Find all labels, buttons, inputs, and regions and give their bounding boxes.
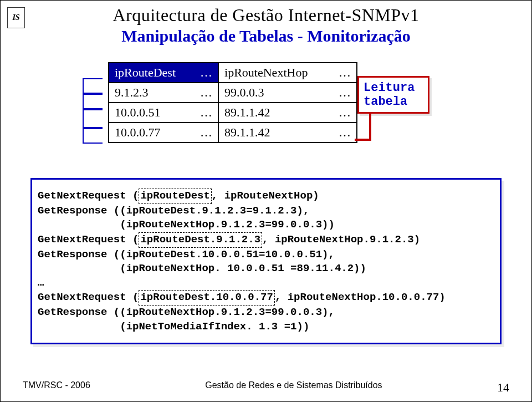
red-connector-icon	[355, 139, 371, 141]
page-number: 14	[497, 380, 509, 395]
ellipsis: …	[200, 125, 212, 140]
code-line: GetResponse ((ipRouteNextHop.9.1.2.3=99.…	[38, 306, 335, 318]
footer: TMV/RSC - 2006 Gestão de Redes e de Sist…	[23, 380, 509, 395]
table-row: 9.1.2.3… 99.0.0.3…	[109, 83, 357, 103]
cell-text: 89.1.1.42	[224, 125, 270, 140]
ellipsis: …	[200, 65, 212, 80]
label-text: tabela	[364, 95, 423, 109]
header-text: ipRouteNextHop	[224, 65, 308, 80]
bracket-icon	[83, 109, 103, 128]
ellipsis: …	[200, 85, 212, 100]
slide: IS Arquitectura de Gestão Internet-SNMPv…	[0, 0, 532, 402]
bracket-icon	[83, 94, 103, 109]
cell-text: 10.0.0.51	[115, 105, 161, 120]
code-line: (ipRouteNextHop.9.1.2.3=99.0.0.3))	[38, 218, 335, 231]
table-row: 10.0.0.51… 89.1.1.42…	[109, 103, 357, 123]
subtitle: Manipulação de Tabelas - Monitorização	[12, 27, 520, 45]
highlighted-param: ipRouteDest.10.0.0.77	[139, 290, 274, 306]
code-block: GetNextRequest (ipRouteDest, ipRouteNext…	[30, 178, 502, 344]
cell-text: 99.0.0.3	[224, 85, 264, 100]
highlighted-param: ipRouteDest.9.1.2.3	[139, 232, 262, 248]
cell-text: 89.1.1.42	[224, 105, 270, 120]
red-connector-icon	[369, 112, 371, 141]
ellipsis: …	[339, 125, 351, 140]
code-line: GetResponse ((ipRouteDest.10.0.0.51=10.0…	[38, 248, 335, 261]
bracket-icon	[83, 78, 103, 94]
code-line: (ipRouteNextHop. 10.0.0.51 =89.11.4.2))	[38, 262, 366, 274]
label-text: Leitura	[364, 81, 423, 95]
table-container: ipRouteDest … ipRouteNextHop … 9.1.2.3… …	[108, 62, 424, 143]
ellipsis: …	[200, 105, 212, 120]
col-header-dest: ipRouteDest …	[109, 63, 218, 83]
footer-center: Gestão de Redes e de Sistemas Distribuíd…	[205, 380, 382, 395]
code-line: GetNextRequest (	[38, 190, 139, 202]
bracket-icon	[83, 128, 103, 144]
code-line: GetNextRequest (	[38, 291, 139, 303]
ellipsis: …	[339, 65, 351, 80]
table-row: 10.0.0.77… 89.1.1.42…	[109, 123, 357, 143]
footer-left: TMV/RSC - 2006	[23, 380, 90, 395]
code-line: GetResponse ((ipRouteDest.9.1.2.3=9.1.2.…	[38, 205, 309, 217]
route-table: ipRouteDest … ipRouteNextHop … 9.1.2.3… …	[108, 62, 357, 143]
logo-icon: IS	[7, 7, 25, 28]
code-line: , ipRouteNextHop)	[212, 190, 319, 202]
cell-text: 10.0.0.77	[115, 125, 161, 140]
table-header-row: ipRouteDest … ipRouteNextHop …	[109, 63, 357, 83]
highlighted-param: ipRouteDest	[139, 189, 211, 204]
ellipsis: …	[339, 85, 351, 100]
code-line: , ipRouteNextHop.10.0.0.77)	[275, 291, 446, 303]
header-text: ipRouteDest	[115, 65, 176, 80]
code-line: , ipRouteNextHop.9.1.2.3)	[262, 233, 420, 246]
code-line: GetNextRequest (	[38, 233, 139, 246]
main-title: Arquitectura de Gestão Internet-SNMPv1	[12, 5, 520, 26]
cell-text: 9.1.2.3	[115, 85, 149, 100]
code-line: …	[38, 277, 44, 289]
label-box: Leitura tabela	[357, 76, 429, 114]
code-line: (ipNetToMediaIfIndex. 1.3 =1))	[38, 320, 309, 333]
col-header-nexthop: ipRouteNextHop …	[218, 63, 357, 83]
ellipsis: …	[339, 105, 351, 120]
